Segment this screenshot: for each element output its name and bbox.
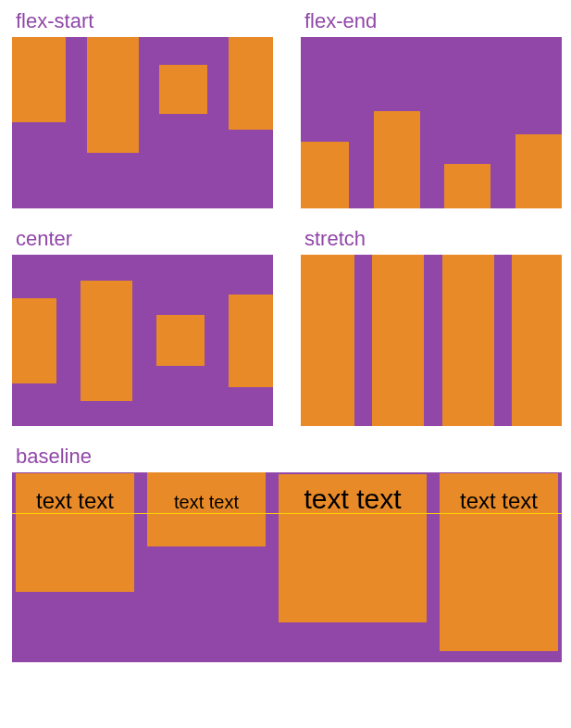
stretch-title: stretch (301, 227, 562, 251)
baseline-title: baseline (12, 445, 562, 469)
flex-start-box-4 (229, 37, 273, 130)
flex-end-panel (301, 37, 562, 208)
stretch-box-4 (512, 255, 562, 426)
flex-start-wrap: flex-start (12, 9, 273, 208)
center-box-2 (81, 281, 132, 401)
baseline-wrap: baseline text text text text text text t… (12, 445, 562, 662)
baseline-indicator-line (12, 513, 562, 514)
flex-start-box-1 (12, 37, 66, 122)
baseline-box-3: text text (279, 474, 427, 622)
stretch-box-2 (372, 255, 424, 426)
flex-end-box-3 (444, 164, 490, 208)
center-title: center (12, 227, 273, 251)
flex-start-box-3 (159, 65, 207, 114)
flex-end-box-1 (301, 142, 349, 208)
stretch-box-3 (442, 255, 494, 426)
stretch-panel (301, 255, 562, 426)
center-wrap: center (12, 227, 273, 426)
center-box-4 (229, 295, 273, 387)
center-box-3 (156, 315, 205, 366)
baseline-text-1: text text (36, 488, 114, 514)
baseline-box-1: text text (16, 473, 134, 592)
row-3: baseline text text text text text text t… (12, 445, 562, 662)
baseline-text-2: text text (174, 492, 239, 513)
flex-start-title: flex-start (12, 9, 273, 33)
flex-end-box-4 (515, 134, 562, 208)
stretch-box-1 (301, 255, 354, 426)
flex-end-box-2 (374, 111, 420, 208)
baseline-text-4: text text (460, 488, 538, 514)
flex-start-box-2 (87, 37, 139, 153)
center-panel (12, 255, 273, 426)
flex-end-wrap: flex-end (301, 9, 562, 208)
baseline-box-2: text text (147, 472, 266, 546)
flex-end-title: flex-end (301, 9, 562, 33)
flex-start-panel (12, 37, 273, 208)
baseline-text-3: text text (304, 483, 401, 515)
row-2: center stretch (12, 227, 562, 426)
baseline-panel: text text text text text text text text (12, 472, 562, 662)
stretch-wrap: stretch (301, 227, 562, 426)
baseline-box-4: text text (440, 473, 558, 651)
row-1: flex-start flex-end (12, 9, 562, 208)
center-box-1 (12, 298, 56, 383)
